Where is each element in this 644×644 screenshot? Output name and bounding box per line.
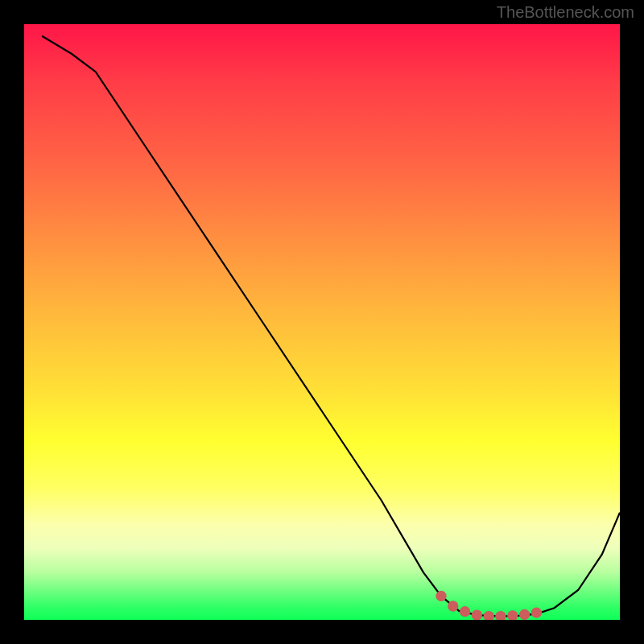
highlight-dot [495, 611, 506, 620]
main-curve [42, 36, 620, 617]
highlight-dot [448, 601, 458, 611]
plot-area [24, 24, 620, 620]
highlight-dot [460, 606, 470, 617]
chart-svg [24, 24, 620, 620]
watermark-label: TheBottleneck.com [497, 3, 634, 22]
highlight-dot [507, 610, 518, 620]
highlight-dot [531, 607, 542, 617]
highlight-dot [436, 591, 446, 601]
highlight-dot [519, 609, 530, 620]
chart-container: TheBottleneck.com [0, 0, 644, 644]
highlight-dot [484, 611, 494, 620]
highlight-region [436, 591, 542, 620]
highlight-dot [472, 609, 482, 620]
